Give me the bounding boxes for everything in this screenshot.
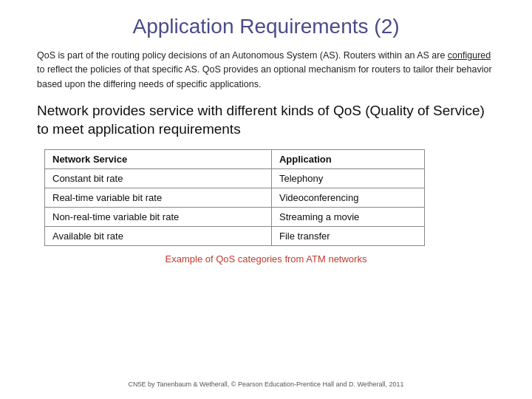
underline-word: configured xyxy=(448,50,491,61)
cell-app-4: File transfer xyxy=(271,226,424,245)
cell-app-1: Telephony xyxy=(271,168,424,188)
footer-text: CN5E by Tanenbaum & Wetherall, © Pearson… xyxy=(37,381,495,388)
cell-app-2: Videoconferencing xyxy=(271,188,424,207)
col-header-network-service: Network Service xyxy=(45,149,272,168)
table-caption: Example of QoS categories from ATM netwo… xyxy=(37,253,495,265)
table-header-row: Network Service Application xyxy=(45,149,425,168)
page: Application Requirements (2) QoS is part… xyxy=(0,0,532,399)
col-header-application: Application xyxy=(271,149,424,168)
cell-ns-1: Constant bit rate xyxy=(45,168,272,188)
table-row: Constant bit rate Telephony xyxy=(45,168,425,188)
qos-table-container: Network Service Application Constant bit… xyxy=(37,149,495,246)
cell-app-3: Streaming a movie xyxy=(271,207,424,226)
body-paragraph: QoS is part of the routing policy decisi… xyxy=(37,49,495,92)
table-row: Real-time variable bit rate Videoconfere… xyxy=(45,188,425,207)
cell-ns-2: Real-time variable bit rate xyxy=(45,188,272,207)
page-title: Application Requirements (2) xyxy=(37,15,495,38)
cell-ns-4: Available bit rate xyxy=(45,226,272,245)
table-row: Available bit rate File transfer xyxy=(45,226,425,245)
cell-ns-3: Non-real-time variable bit rate xyxy=(45,207,272,226)
table-row: Non-real-time variable bit rate Streamin… xyxy=(45,207,425,226)
qos-table: Network Service Application Constant bit… xyxy=(44,149,425,246)
subheading-text: Network provides service with different … xyxy=(37,102,495,138)
